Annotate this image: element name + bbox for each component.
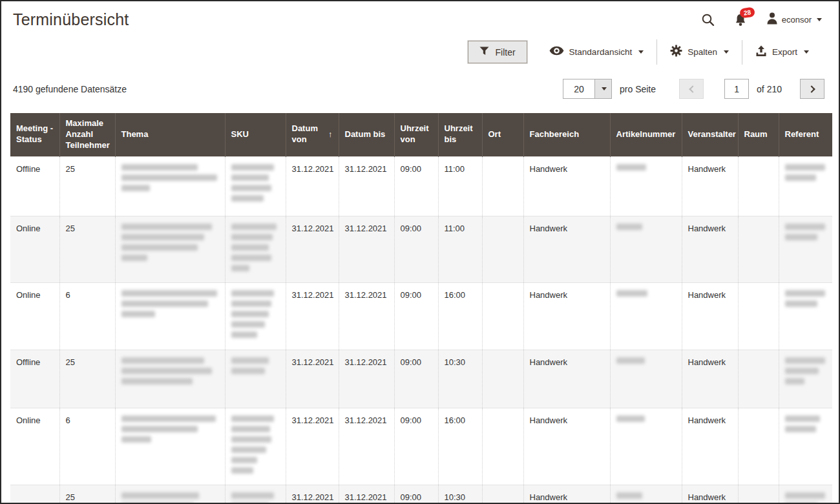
search-icon[interactable] bbox=[701, 13, 715, 26]
redacted-text bbox=[231, 331, 257, 338]
redacted-text bbox=[616, 224, 642, 230]
redacted-text bbox=[121, 368, 212, 374]
table-row[interactable]: Offline2531.12.202131.12.202109:0011:00H… bbox=[10, 156, 832, 216]
cell-sku bbox=[225, 156, 286, 216]
redacted-text bbox=[121, 290, 217, 297]
table-row[interactable]: Online631.12.202131.12.202109:0016:00Han… bbox=[10, 408, 832, 485]
table-head: Meeting - StatusMaximale Anzahl Teilnehm… bbox=[10, 113, 832, 156]
redacted-text bbox=[231, 457, 257, 463]
cell-uhrzeit_bis: 16:00 bbox=[438, 408, 482, 485]
cell-veranstalter: Handwerk bbox=[682, 282, 738, 350]
header-row: Meeting - StatusMaximale Anzahl Teilnehm… bbox=[10, 113, 832, 156]
cell-raum bbox=[738, 216, 779, 282]
table-row[interactable]: Online2531.12.202131.12.202109:0011:00Ha… bbox=[10, 216, 832, 282]
redacted-text bbox=[231, 300, 271, 307]
redacted-text bbox=[785, 492, 825, 499]
chevron-left-icon bbox=[689, 85, 696, 92]
table-row[interactable]: 2531.12.202131.12.202109:0010:30Handwerk… bbox=[10, 485, 832, 504]
redacted-text bbox=[121, 378, 193, 384]
column-header-uhrzeit_bis[interactable]: Uhrzeit bis bbox=[438, 113, 482, 156]
column-header-raum[interactable]: Raum bbox=[738, 113, 779, 156]
user-menu[interactable]: econsor bbox=[766, 12, 822, 27]
redacted-text bbox=[121, 357, 204, 364]
redacted-text bbox=[785, 224, 825, 230]
redacted-text bbox=[785, 426, 816, 432]
cell-thema bbox=[115, 216, 225, 282]
cell-datum_von: 31.12.2021 bbox=[286, 485, 339, 504]
columns-dropdown[interactable]: Spalten bbox=[656, 39, 742, 65]
filter-funnel-icon bbox=[479, 47, 489, 58]
table-row[interactable]: Online631.12.202131.12.202109:0016:00Han… bbox=[10, 282, 832, 350]
redacted-text bbox=[231, 224, 277, 230]
column-header-datum_von[interactable]: Datum von↑ bbox=[286, 113, 339, 156]
next-page-button[interactable] bbox=[800, 79, 824, 99]
grid-toolbar: Filter Standardansicht bbox=[1, 39, 822, 65]
column-header-ort[interactable]: Ort bbox=[482, 113, 523, 156]
column-label: Veranstalter bbox=[688, 129, 736, 140]
redacted-text bbox=[121, 234, 204, 240]
prev-page-button[interactable] bbox=[679, 79, 704, 99]
column-header-referent[interactable]: Referent bbox=[779, 113, 832, 156]
cell-ort bbox=[482, 350, 523, 408]
cell-max: 25 bbox=[59, 156, 115, 216]
column-header-fachbereich[interactable]: Fachbereich bbox=[523, 113, 610, 156]
redacted-text bbox=[121, 164, 198, 171]
filter-button[interactable]: Filter bbox=[468, 41, 527, 63]
redacted-text bbox=[785, 378, 804, 384]
cell-referent bbox=[779, 282, 832, 350]
view-dropdown[interactable]: Standardansicht bbox=[536, 41, 657, 63]
redacted-text bbox=[231, 195, 264, 202]
table-row[interactable]: Offline2531.12.202131.12.202109:0010:30H… bbox=[10, 350, 832, 408]
cell-fachbereich: Handwerk bbox=[523, 216, 610, 282]
current-page-input[interactable] bbox=[724, 79, 749, 99]
redacted-text bbox=[616, 290, 647, 297]
cell-datum_von: 31.12.2021 bbox=[286, 156, 339, 216]
cell-artikelnummer bbox=[610, 216, 682, 282]
redacted-text bbox=[121, 185, 150, 191]
redacted-text bbox=[231, 164, 274, 171]
column-header-artikelnummer[interactable]: Artikelnummer bbox=[610, 113, 682, 156]
appointments-table: Meeting - StatusMaximale Anzahl Teilnehm… bbox=[10, 113, 832, 504]
cell-datum_von: 31.12.2021 bbox=[286, 350, 339, 408]
page-size-value: 20 bbox=[563, 79, 594, 98]
export-dropdown[interactable]: Export bbox=[742, 40, 822, 65]
column-header-max[interactable]: Maximale Anzahl Teilnehmer bbox=[59, 113, 115, 156]
eye-icon bbox=[549, 46, 564, 58]
redacted-text bbox=[785, 290, 825, 297]
redacted-text bbox=[616, 415, 645, 422]
cell-thema bbox=[115, 408, 225, 485]
pagination: 20 pro Seite of 210 bbox=[563, 79, 824, 99]
column-label: Uhrzeit bis bbox=[445, 123, 476, 145]
column-label: Thema bbox=[121, 129, 149, 140]
cell-artikelnummer bbox=[610, 350, 682, 408]
redacted-text bbox=[231, 415, 274, 422]
column-header-thema[interactable]: Thema bbox=[115, 113, 225, 156]
column-header-datum_bis[interactable]: Datum bis bbox=[339, 113, 394, 156]
username: econsor bbox=[782, 15, 812, 25]
column-header-veranstalter[interactable]: Veranstalter bbox=[682, 113, 738, 156]
page-header: Terminübersicht 28 econsor bbox=[1, 1, 839, 29]
notifications-bell-icon[interactable]: 28 bbox=[734, 13, 747, 27]
column-header-status[interactable]: Meeting - Status bbox=[10, 113, 59, 156]
cell-uhrzeit_von: 09:00 bbox=[394, 485, 438, 504]
page-size-select[interactable]: 20 bbox=[563, 79, 612, 99]
cell-ort bbox=[482, 216, 523, 282]
cell-status bbox=[10, 485, 59, 504]
redacted-text bbox=[121, 300, 208, 307]
cell-referent bbox=[779, 216, 832, 282]
cell-max: 6 bbox=[59, 408, 115, 485]
cell-veranstalter: Handwerk bbox=[682, 485, 738, 504]
cell-uhrzeit_von: 09:00 bbox=[394, 408, 438, 485]
cell-sku bbox=[225, 485, 286, 504]
column-label: Meeting - Status bbox=[16, 123, 54, 145]
column-header-sku[interactable]: SKU bbox=[225, 113, 286, 156]
column-label: Referent bbox=[785, 129, 819, 140]
cell-sku bbox=[225, 282, 286, 350]
column-header-uhrzeit_von[interactable]: Uhrzeit von bbox=[394, 113, 438, 156]
cell-status: Online bbox=[10, 216, 59, 282]
redacted-text bbox=[231, 290, 274, 297]
column-label: Fachbereich bbox=[530, 129, 580, 140]
cell-status: Offline bbox=[10, 350, 59, 408]
redacted-text bbox=[785, 164, 825, 171]
cell-status: Online bbox=[10, 282, 59, 350]
